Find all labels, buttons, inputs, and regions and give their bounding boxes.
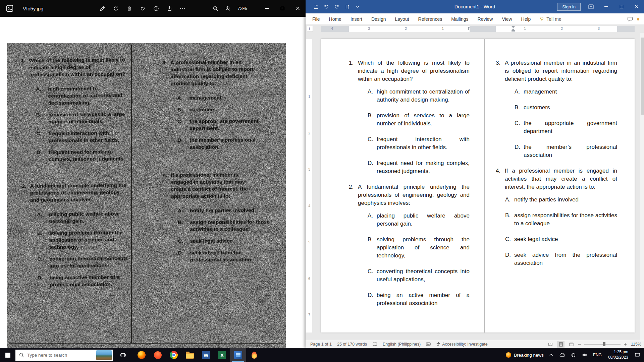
zoom-out-icon[interactable]	[211, 4, 219, 12]
tab-insert[interactable]: Insert	[351, 16, 362, 22]
share-icon[interactable]	[165, 4, 173, 12]
favorite-icon[interactable]	[139, 4, 147, 12]
page-indicator[interactable]: Page 1 of 1	[310, 342, 332, 347]
vertical-scrollbar[interactable]	[640, 33, 644, 340]
rotate-icon[interactable]	[112, 4, 120, 12]
zoom-in-icon[interactable]	[224, 4, 232, 12]
comments-icon[interactable]	[627, 17, 633, 22]
read-mode-button[interactable]	[547, 341, 554, 348]
start-button[interactable]	[0, 348, 15, 362]
save-icon[interactable]	[313, 4, 319, 10]
word-count[interactable]: 25 of 178 words	[337, 342, 367, 347]
language-indicator[interactable]: English (Philippines)	[383, 342, 421, 347]
maximize-button[interactable]	[275, 0, 290, 17]
onedrive-cloud-icon[interactable]	[559, 352, 566, 358]
option-text: management.	[190, 94, 270, 101]
search-highlight-thumbnail[interactable]	[96, 350, 112, 360]
tab-help[interactable]: Help	[521, 16, 531, 22]
option-text: solving problems through the application…	[377, 236, 470, 260]
delete-icon[interactable]	[125, 4, 133, 12]
zoom-level-label[interactable]: 73%	[237, 6, 247, 11]
news-and-interests[interactable]: Breaking news	[506, 352, 544, 358]
tab-design[interactable]: Design	[371, 16, 386, 22]
taskbar-app-chrome[interactable]	[166, 348, 182, 362]
zoom-slider-thumb[interactable]	[603, 342, 605, 346]
customize-qat-chevron-icon[interactable]	[355, 4, 361, 10]
volume-icon[interactable]	[581, 352, 588, 358]
option-text: notify the parties involved.	[190, 206, 270, 214]
minimize-button[interactable]	[259, 0, 275, 17]
touch-mode-icon[interactable]	[344, 4, 350, 10]
close-button[interactable]	[629, 0, 644, 13]
action-center-icon[interactable]	[634, 352, 641, 358]
horizontal-ruler[interactable]: L 4321123	[306, 25, 644, 33]
zoom-percentage[interactable]: 115%	[630, 342, 641, 347]
indent-markers[interactable]	[512, 26, 515, 32]
print-layout-button[interactable]	[557, 341, 565, 348]
option-letter: D.	[38, 274, 50, 288]
zoom-in-button[interactable]	[624, 343, 627, 346]
show-hidden-icons-chevron[interactable]	[548, 352, 555, 358]
taskbar-app-firefox[interactable]	[133, 348, 150, 362]
scan-column-left: 1.Which of the following is most likely …	[21, 56, 132, 289]
task-view-button[interactable]	[115, 348, 130, 362]
network-icon[interactable]	[570, 352, 577, 358]
tell-me-control[interactable]: Tell me	[540, 16, 561, 22]
undo-icon[interactable]	[323, 4, 329, 10]
edit-icon[interactable]	[98, 4, 106, 12]
column-boundary-marker[interactable]	[468, 27, 470, 30]
zoom-slider[interactable]	[584, 344, 621, 345]
answer-option: C.seek legal advice.	[163, 237, 276, 244]
document-area[interactable]: 1234567 1.Which of the following is most…	[306, 33, 644, 340]
news-icon	[506, 352, 511, 358]
proofing-icon[interactable]	[372, 342, 377, 346]
ruler-number: 2	[306, 131, 312, 135]
redo-icon[interactable]	[334, 4, 340, 10]
taskbar-app-excel[interactable]: X	[214, 348, 230, 362]
windows-taskbar: WX Breaking news ENG 1:25 pm 08/02/2023	[0, 348, 644, 362]
scrollbar-thumb[interactable]	[641, 38, 644, 115]
zoom-out-button[interactable]	[578, 343, 581, 346]
more-options-icon[interactable]: ⋯	[179, 4, 187, 12]
option-letter: C.	[37, 255, 49, 269]
tab-review[interactable]: Review	[478, 16, 493, 22]
answer-option: A.management	[496, 88, 617, 96]
ribbon-display-options-icon[interactable]	[587, 2, 595, 11]
language-indicator[interactable]: ENG	[592, 353, 602, 357]
tab-stop-selector[interactable]: L	[307, 26, 313, 32]
answer-option: D.frequent need for making complex, reas…	[22, 148, 131, 163]
info-icon[interactable]	[152, 4, 160, 12]
web-layout-button[interactable]	[568, 341, 575, 348]
tab-mailings[interactable]: Mailings	[451, 16, 468, 22]
tab-file[interactable]: File	[312, 16, 320, 22]
taskbar-app-torch[interactable]	[246, 348, 262, 362]
document-page[interactable]: 1.Which of the following is most likely …	[321, 39, 635, 333]
tab-references[interactable]: References	[418, 16, 442, 22]
minimize-button[interactable]	[599, 0, 614, 13]
word-titlebar-right: Sign in	[557, 0, 644, 13]
option-text: converting theoretical concepts into use…	[377, 267, 470, 284]
answer-option: D.seek advice from the professional asso…	[496, 251, 617, 267]
sign-in-button[interactable]: Sign in	[557, 3, 581, 11]
tab-layout[interactable]: Layout	[395, 16, 409, 22]
keyboard-icon[interactable]	[426, 342, 431, 346]
taskbar-app-word[interactable]: W	[198, 348, 214, 362]
vertical-ruler[interactable]: 1234567	[306, 39, 312, 333]
lightbulb-icon	[540, 16, 544, 21]
taskbar-app-photos[interactable]	[230, 348, 246, 362]
close-button[interactable]	[290, 0, 306, 17]
restore-button[interactable]	[614, 0, 629, 13]
tab-view[interactable]: View	[502, 16, 512, 22]
ruler-number: 7	[306, 313, 312, 317]
see-all-photos-icon[interactable]	[5, 4, 14, 13]
scanned-exam-image[interactable]: 1.Which of the following is most likely …	[7, 43, 286, 362]
taskbar-app-explorer[interactable]	[182, 348, 198, 362]
accessibility-status[interactable]: Accessibility: Investigate	[436, 342, 487, 347]
taskbar-app-brave[interactable]	[150, 348, 166, 362]
option-letter: C.	[515, 119, 524, 135]
clock[interactable]: 1:25 pm 08/02/2023	[607, 350, 630, 360]
answer-option: A.high commitment to centralization of a…	[349, 88, 470, 104]
tab-home[interactable]: Home	[329, 16, 341, 22]
answer-option: B.solving problems through the applicati…	[22, 229, 132, 251]
taskbar-search-box[interactable]	[15, 350, 113, 361]
